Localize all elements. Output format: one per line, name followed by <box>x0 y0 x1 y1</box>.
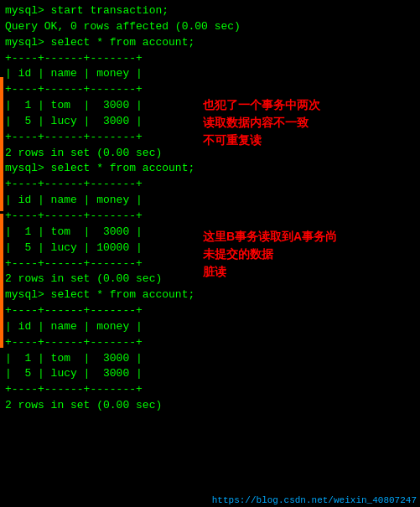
terminal-line: 2 rows in set (0.00 sec) <box>5 398 415 414</box>
terminal-line: +----+------+-------+ <box>5 303 415 319</box>
terminal-line: | 1 | tom | 3000 | <box>5 351 415 367</box>
terminal-line: | id | name | money | <box>5 193 415 209</box>
terminal-line: | id | name | money | <box>5 319 415 335</box>
left-border-1 <box>0 77 3 211</box>
left-border-2 <box>0 214 3 348</box>
terminal-line: Query OK, 0 rows affected (0.00 sec) <box>5 19 415 35</box>
terminal-line: +----+------+-------+ <box>5 335 415 351</box>
terminal-line: | id | name | money | <box>5 66 415 82</box>
terminal-line: mysql> select * from account; <box>5 35 415 51</box>
terminal-line: mysql> select * from account; <box>5 161 415 177</box>
watermark: https://blog.csdn.net/weixin_40807247 <box>212 495 417 505</box>
terminal-window: mysql> start transaction;Query OK, 0 row… <box>0 0 420 417</box>
terminal-line: mysql> select * from account; <box>5 287 415 303</box>
terminal-line: mysql> start transaction; <box>5 3 415 19</box>
terminal-line: +----+------+-------+ <box>5 177 415 193</box>
terminal-line: +----+------+-------+ <box>5 382 415 398</box>
annotation-1: 也犯了一个事务中两次读取数据内容不一致不可重复读 <box>203 96 320 149</box>
terminal-line: +----+------+-------+ <box>5 209 415 225</box>
annotation-2: 这里B事务读取到A事务尚未提交的数据脏读 <box>203 228 337 281</box>
terminal-line: +----+------+-------+ <box>5 51 415 67</box>
terminal-line: | 5 | lucy | 3000 | <box>5 366 415 382</box>
